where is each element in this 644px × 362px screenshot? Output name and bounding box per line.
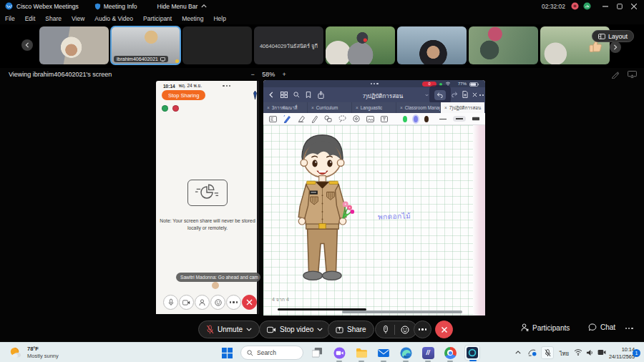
- video-thumbnail-1[interactable]: [39, 26, 109, 64]
- minimize-button[interactable]: [600, 6, 611, 7]
- menu-share[interactable]: Share: [45, 15, 62, 22]
- phone-end-call-button[interactable]: [242, 295, 257, 310]
- meeting-info-button[interactable]: Meeting Info: [104, 3, 137, 10]
- back-icon[interactable]: [269, 92, 273, 98]
- filmstrip-next-button[interactable]: [610, 41, 621, 53]
- sticker-tool-icon[interactable]: [353, 115, 360, 122]
- leave-meeting-button[interactable]: [435, 321, 453, 338]
- video-thumbnail-5[interactable]: [326, 26, 395, 64]
- text-tool-icon[interactable]: [381, 116, 388, 122]
- menu-help[interactable]: Help: [213, 15, 225, 22]
- add-page-icon[interactable]: [462, 91, 468, 98]
- menu-audio-video[interactable]: Audio & Video: [94, 15, 133, 22]
- video-thumbnail-7[interactable]: [469, 26, 538, 64]
- color-swatch-purple-selected[interactable]: [414, 116, 418, 122]
- filmstrip-prev-button[interactable]: [21, 39, 33, 51]
- weather-icon[interactable]: [9, 346, 22, 359]
- pen-tool-icon[interactable]: [283, 115, 291, 123]
- edge-browser-icon[interactable]: [398, 345, 414, 361]
- doc-tab-2[interactable]: ×Curriculum: [308, 102, 352, 113]
- stroke-medium-selected[interactable]: [453, 116, 466, 122]
- doc-tab-4[interactable]: ×Classroom Manag...: [396, 102, 441, 113]
- image-tool-icon[interactable]: [366, 116, 374, 122]
- video-thumbnail-3[interactable]: [182, 26, 252, 64]
- weather-widget[interactable]: 78°F Mostly sunny: [27, 346, 59, 360]
- layout-button[interactable]: Layout: [592, 30, 634, 42]
- annotate-tool-icon[interactable]: [611, 71, 619, 79]
- horizontal-scrollbar[interactable]: [342, 310, 462, 313]
- thumbnails-grid-icon[interactable]: [280, 92, 288, 98]
- export-share-icon[interactable]: [318, 91, 324, 99]
- phone-mic-button[interactable]: [163, 295, 178, 310]
- maximize-button[interactable]: [614, 4, 625, 9]
- notification-badge[interactable]: 1: [633, 349, 640, 357]
- reactions-smiley-icon[interactable]: [401, 326, 409, 334]
- task-view-button[interactable]: [309, 345, 325, 361]
- video-app-icon[interactable]: [331, 345, 347, 361]
- doc-tab-5-active[interactable]: ×7)ปฏิบัติการสอน: [441, 102, 485, 113]
- phone-participants-button[interactable]: [195, 295, 210, 310]
- redo-icon[interactable]: [451, 92, 458, 97]
- stroke-thick[interactable]: [472, 117, 479, 121]
- color-swatch-brown[interactable]: [424, 116, 429, 122]
- webex-app-icon-active[interactable]: [464, 345, 480, 361]
- menu-view[interactable]: View: [72, 15, 84, 22]
- zoom-out-button[interactable]: −: [248, 71, 258, 78]
- menu-edit[interactable]: Edit: [25, 15, 36, 22]
- video-thumbnail-6[interactable]: [397, 26, 467, 64]
- participants-panel-button[interactable]: Participants: [521, 323, 570, 332]
- start-button[interactable]: [219, 345, 235, 361]
- hide-menu-bar-button[interactable]: Hide Menu Bar: [157, 3, 198, 10]
- file-explorer-icon[interactable]: [353, 345, 369, 361]
- unmute-chevron-icon[interactable]: [246, 328, 252, 331]
- stop-video-chevron-icon[interactable]: [317, 328, 323, 331]
- zoom-window-tool-icon[interactable]: [269, 116, 277, 122]
- stop-sharing-button[interactable]: Stop Sharing: [162, 90, 205, 100]
- doc-tab-3[interactable]: ×Languastic: [352, 102, 396, 113]
- video-thumbnail-2-sharing[interactable]: ibrahim406402021: [111, 26, 180, 64]
- chevron-up-icon[interactable]: [201, 4, 207, 8]
- undo-icon[interactable]: [434, 90, 446, 100]
- zoom-level[interactable]: 58%: [262, 71, 275, 78]
- stroke-thin[interactable]: [439, 118, 447, 120]
- video-thumbnail-4-audio-only[interactable]: 406404029วันธัสนิตร์ จูกี: [254, 26, 323, 64]
- nav-more-icon[interactable]: [479, 94, 485, 96]
- chat-panel-button[interactable]: Chat: [588, 323, 615, 331]
- zoom-in-button[interactable]: +: [279, 71, 289, 78]
- lasso-tool-icon[interactable]: [338, 115, 346, 122]
- menu-participant[interactable]: Participant: [143, 15, 172, 22]
- pencil-tool-icon[interactable]: [311, 115, 318, 123]
- movies-tv-app-icon[interactable]: //: [420, 345, 436, 361]
- tray-chevron-up-icon[interactable]: [515, 351, 521, 354]
- bookmark-icon[interactable]: [306, 92, 311, 98]
- language-indicator[interactable]: ไทย: [560, 349, 569, 358]
- tray-clock[interactable]: 10:14 24/11/2565: [609, 346, 635, 361]
- phone-reactions-button[interactable]: [210, 295, 225, 310]
- panels-more-button[interactable]: [625, 328, 633, 329]
- notes-canvas[interactable]: พกดอกไม้ 4 จาก 4: [263, 125, 485, 315]
- share-button[interactable]: Share: [328, 321, 374, 338]
- unmute-button[interactable]: Unmute: [198, 321, 260, 338]
- tray-mic-muted-icon[interactable]: [541, 346, 554, 359]
- tray-volume-icon[interactable]: [586, 349, 594, 356]
- notebook-title[interactable]: 7)ปฏิบัติการสอน: [343, 92, 422, 101]
- menu-file[interactable]: File: [5, 15, 15, 22]
- close-window-button[interactable]: [628, 4, 640, 9]
- taskbar-search[interactable]: Search: [240, 346, 303, 360]
- color-swatch-green[interactable]: [403, 116, 407, 122]
- phone-camera-button[interactable]: [179, 295, 194, 310]
- shapes-tool-icon[interactable]: [324, 115, 332, 122]
- tray-camera-icon[interactable]: [597, 349, 606, 356]
- recorder-icon[interactable]: [383, 326, 389, 334]
- phone-more-button[interactable]: [226, 295, 241, 310]
- display-options-icon[interactable]: [628, 71, 637, 78]
- search-icon[interactable]: [293, 92, 300, 98]
- tray-wifi-icon[interactable]: [574, 349, 582, 356]
- doc-tab-1[interactable]: ×3การพัฒนาสื่: [263, 102, 308, 113]
- more-options-button[interactable]: [414, 321, 431, 338]
- close-document-icon[interactable]: [472, 92, 477, 97]
- stop-video-button[interactable]: Stop video: [259, 321, 331, 338]
- tray-cast-icon[interactable]: [527, 348, 537, 356]
- chrome-browser-icon[interactable]: [442, 345, 458, 361]
- menu-meeting[interactable]: Meeting: [182, 15, 203, 22]
